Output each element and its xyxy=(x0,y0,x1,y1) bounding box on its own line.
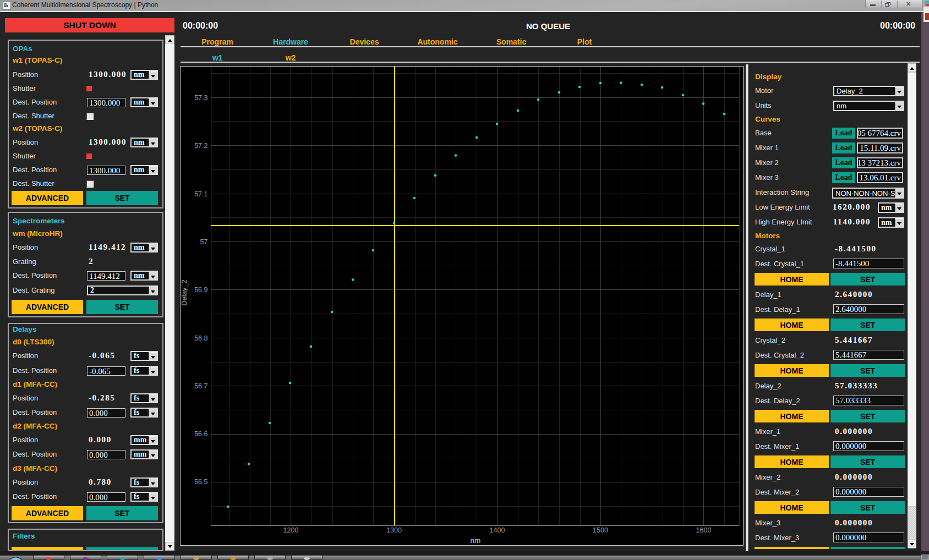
svg-text:57: 57 xyxy=(200,238,208,246)
svg-text:1400: 1400 xyxy=(490,526,505,534)
svg-text:56.9: 56.9 xyxy=(194,286,207,294)
svg-text:Delay_2: Delay_2 xyxy=(180,279,188,306)
svg-text:56.8: 56.8 xyxy=(194,334,207,342)
svg-text:56.7: 56.7 xyxy=(194,382,207,390)
svg-text:nm: nm xyxy=(471,536,481,545)
svg-text:56.6: 56.6 xyxy=(194,430,207,438)
svg-text:1500: 1500 xyxy=(593,526,608,534)
svg-text:56.5: 56.5 xyxy=(194,478,207,486)
svg-text:1600: 1600 xyxy=(696,526,712,534)
svg-text:1200: 1200 xyxy=(283,526,299,534)
svg-text:1300: 1300 xyxy=(386,526,402,534)
svg-text:57.3: 57.3 xyxy=(194,94,207,102)
svg-text:57.1: 57.1 xyxy=(194,190,207,198)
svg-text:57.2: 57.2 xyxy=(194,142,207,150)
